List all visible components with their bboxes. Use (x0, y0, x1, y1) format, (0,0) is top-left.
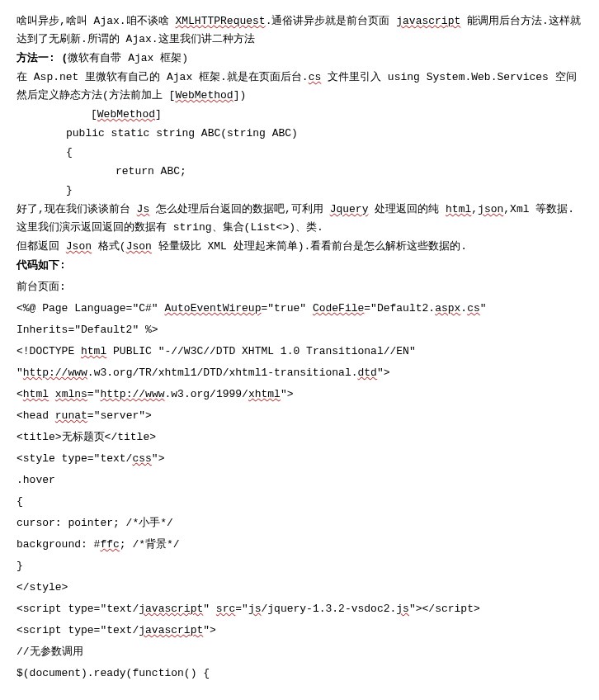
src-css-brace-open: { (17, 493, 582, 511)
method-1-title: 方法一: (微软有自带 Ajax 框架) (17, 50, 582, 68)
code-brace-open: { (17, 144, 582, 162)
src-page-directive-2: Inherits="Default2" %> (17, 321, 582, 339)
src-script-open: <script type="text/javascript"> (17, 622, 582, 640)
code-webmethod-attr: [WebMethod] (17, 106, 582, 124)
code-return: return ABC; (17, 163, 582, 181)
code-brace-close: } (17, 182, 582, 200)
paragraph-intro: 啥叫异步,啥叫 Ajax.咱不谈啥 XMLHTTPRequest.通俗讲异步就是… (17, 12, 582, 49)
src-css-selector: .hover (17, 471, 582, 490)
src-css-brace-close: } (17, 557, 582, 575)
src-css-cursor: cursor: pointer; /*小手*/ (17, 514, 582, 532)
method-1-desc: 在 Asp.net 里微软有自己的 Ajax 框架.就是在页面后台.cs 文件里… (17, 69, 582, 105)
src-html-tag: <html xmlns="http://www.w3.org/1999/xhtm… (17, 385, 582, 404)
paragraph-json: 但都返回 Json 格式(Json 轻量级比 XML 处理起来简单).看看前台是… (17, 238, 582, 256)
src-doctype-2: "http://www.w3.org/TR/xhtml1/DTD/xhtml1-… (17, 364, 582, 382)
src-head-tag: <head runat="server"> (17, 407, 582, 425)
code-header: 代码如下: (17, 257, 582, 275)
src-title-tag: <title>无标题页</title> (17, 428, 582, 447)
src-style-open: <style type="text/css"> (17, 450, 582, 468)
src-docready: $(document).ready(function() { (17, 665, 582, 683)
src-doctype-1: <!DOCTYPE html PUBLIC "-//W3C//DTD XHTML… (17, 343, 582, 361)
src-comment: //无参数调用 (17, 643, 582, 661)
frontend-page-label: 前台页面: (17, 278, 582, 296)
src-style-close: </style> (17, 579, 582, 597)
src-script-jquery: <script type="text/javascript" src="js/j… (17, 600, 582, 618)
code-method-sig: public static string ABC(string ABC) (17, 125, 582, 143)
paragraph-frontend: 好了,现在我们谈谈前台 Js 怎么处理后台返回的数据吧,可利用 Jquery 处… (17, 201, 582, 237)
src-css-background: background: #ffc; /*背景*/ (17, 536, 582, 554)
src-page-directive-1: <%@ Page Language="C#" AutoEventWireup="… (17, 300, 582, 318)
